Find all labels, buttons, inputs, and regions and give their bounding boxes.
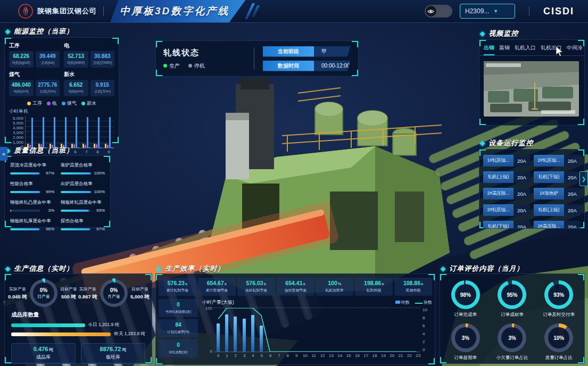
- quality-panel: 层流冷温度命中率97% 装炉温度合格率100% 性能合格率99% 出炉温度合格率…: [4, 155, 111, 228]
- diamond-icon: ◆: [441, 265, 446, 272]
- energy-legend: 工序 电 煤气 新水: [5, 100, 119, 107]
- equipment-item: 轧机(下辊)20A: [534, 171, 581, 183]
- order-gauge: 98% 订单完成率: [443, 280, 488, 318]
- visibility-toggle[interactable]: [425, 5, 452, 18]
- energy-stat: 486.040吨耗(m³/t): [9, 80, 34, 96]
- video-panel: 出钢 装钢 轧机入口 轧机出口 中间冷 电加热: [479, 39, 585, 126]
- data-time-badge: 数据时间00:00-12:00: [263, 61, 351, 71]
- equipment-item: 轧机(下辊)20A: [483, 221, 530, 229]
- equipment-panel: 1#轧区辊...20A 2#轧区辊...20A 轧机(上辊)20A 轧机(下辊)…: [479, 149, 585, 229]
- diamond-icon: ◆: [5, 265, 11, 272]
- efficiency-stat: 198.86s轧制周期: [355, 278, 393, 296]
- quality-panel-title: ◆ 质量信息（当班）: [5, 146, 73, 155]
- right-axis: 1086420: [420, 307, 432, 352]
- line-status-panel: 轧线状态 生产 停机 当前班组甲 数据时间00:00-12:00: [155, 40, 359, 77]
- camera-feed[interactable]: [484, 61, 579, 117]
- hour-x-axis: 01234567891011121314151617181920212223: [214, 353, 423, 358]
- quality-metric: 装炉温度合格率100%: [61, 162, 105, 176]
- efficiency-stat: 576.03s当班轧制节奏: [237, 278, 275, 296]
- quality-metric: 钢板终轧厚度命中率96%: [10, 218, 54, 231]
- efficiency-stat: 576.23s累计轧制节奏: [159, 278, 196, 296]
- production-panel-title: ◆ 生产信息（实时）: [5, 264, 73, 273]
- efficiency-stat: 654.67s累计装钢节奏: [198, 278, 236, 296]
- quality-metric: 性能合格率99%: [10, 181, 54, 194]
- efficiency-stat: 100%轧机负荷率: [316, 278, 353, 296]
- energy-panel: 工序 68.226吨耗(kgce/t) 39.449总耗(tce) 电 52.7…: [4, 37, 119, 144]
- energy-stat: 2775.76总耗(万m³): [36, 80, 60, 96]
- inventory-bar-today: 今日 1,201.9 吨: [11, 323, 145, 327]
- side-stat: 84计划完成率(%): [159, 319, 198, 337]
- finished-stock-box: 0.476吨 成品库: [11, 343, 76, 363]
- top-bar: 陕钢集团汉钢公司 中厚板3D数字化产线 H2309... ▼ CISDI: [0, 0, 588, 23]
- efficiency-side-stats: 0当班轧制块数(块) 84计划完成率(%) 0待轧块数(块): [159, 299, 198, 358]
- order-gauge: 10% 质量订单占比: [536, 323, 581, 361]
- production-panel: 实际产量0.045 吨 0%日产量 目标产量500 吨 实际产量0.867 吨 …: [4, 273, 152, 364]
- energy-stat: 6.652吨耗(m³/t): [64, 80, 88, 96]
- equipment-item: 轧机(上辊)20A: [534, 204, 581, 216]
- chart-legend: 吨数 块数: [395, 300, 432, 305]
- equipment-item: 轧机(上辊)20A: [483, 171, 530, 183]
- diamond-icon: ◆: [480, 139, 485, 147]
- orders-panel: 98% 订单完成率 95% 订单成材率 93% 订单及时交付率 3% 订单超期率…: [440, 273, 585, 364]
- energy-stat: 68.226吨耗(kgce/t): [9, 51, 34, 68]
- company-name: 陕钢集团汉钢公司: [37, 6, 97, 16]
- order-gauge: 93% 订单及时交付率: [536, 280, 581, 318]
- energy-stat: 30.883总耗(万kWh): [90, 51, 115, 68]
- topbar-divider: [529, 6, 529, 16]
- efficiency-stat: 654.41s当班装钢节奏: [277, 278, 314, 296]
- slab-stock-box: 8876.72吨 板坯库: [81, 343, 145, 363]
- quality-metric: 出炉温度合格率100%: [61, 181, 105, 194]
- heat-number-dropdown[interactable]: H2309... ▼: [460, 4, 515, 19]
- diamond-icon: ◆: [156, 265, 162, 272]
- order-gauge: 95% 订单成材率: [490, 280, 535, 318]
- tab-camera-4[interactable]: 中间冷: [567, 44, 583, 55]
- orders-panel-title: ◆ 订单评价内容（当月）: [441, 264, 524, 273]
- monthly-production-gauge: 实际产量0.867 吨 0%月产量 目标产量5,000 吨: [78, 279, 150, 307]
- efficiency-stats-row: 576.23s累计轧制节奏 654.67s累计装钢节奏 576.03s当班轧制节…: [156, 274, 435, 296]
- equipment-item: 2#轧区辊...20A: [534, 155, 581, 167]
- tab-camera-2[interactable]: 轧机入口: [515, 44, 536, 55]
- collapse-left-handle[interactable]: «: [0, 147, 7, 161]
- dropdown-value: H2309...: [465, 7, 489, 15]
- line-status-legend: 生产 停机: [163, 62, 254, 70]
- equipment-item: 1#轧区辊...20A: [483, 155, 530, 167]
- donut-gauge: 0%日产量: [30, 279, 57, 307]
- dashboard-root: 陕钢集团汉钢公司 中厚板3D数字化产线 H2309... ▼ CISDI ◆ 能…: [0, 0, 588, 366]
- hourly-output-chart: 小时产量(大板) 吨数 块数 1200 1086420: [202, 299, 432, 358]
- camera-tabs: 出钢 装钢 轧机入口 轧机出口 中间冷 电加热: [479, 40, 584, 56]
- tab-camera-1[interactable]: 装钢: [499, 44, 510, 55]
- line-status-title: 轧线状态: [163, 48, 254, 58]
- topbar-divider: [103, 6, 104, 16]
- energy-panel-title: ◆ 能源监控（当班）: [5, 27, 73, 36]
- tab-camera-0[interactable]: 出钢: [484, 44, 494, 55]
- energy-stat: 39.449总耗(tce): [36, 51, 60, 68]
- equipment-item: 2#高压除...20A: [534, 221, 581, 229]
- daily-production-gauge: 实际产量0.045 吨 0%日产量 目标产量500 吨: [7, 279, 78, 307]
- quality-metric: 钢板终轧凸度命中率3%: [10, 199, 54, 213]
- collapse-right-handle[interactable]: ❯: [579, 171, 588, 186]
- equipment-item: 2#高压除...20A: [483, 188, 530, 199]
- energy-chart-y-axis: 6,0005,0004,0003,0002,0001,0000: [9, 116, 25, 149]
- order-gauge: 3% 订单超期率: [443, 323, 488, 361]
- eye-icon: [426, 6, 436, 16]
- company-logo-icon: [18, 4, 33, 19]
- order-gauge: 3% 小欠量订单占比: [490, 323, 535, 361]
- energy-chart-plot: [25, 116, 114, 148]
- page-title: 中厚板3D数字化产线: [110, 0, 245, 22]
- topbar-right: H2309... ▼ CISDI: [425, 4, 588, 19]
- shift-badge: 当前班组甲: [263, 46, 351, 57]
- tons-line: [214, 308, 420, 352]
- left-axis: 1200: [202, 307, 214, 352]
- side-stat: 0待轧块数(块): [159, 339, 198, 357]
- chevron-down-icon: ▼: [493, 9, 498, 14]
- mouse-cursor: [556, 46, 565, 56]
- equipment-item: 2#轧区辊...20A: [483, 204, 530, 216]
- inventory-section: 成品库数量 今日 1,201.9 吨 昨天 1,293.8 吨: [5, 307, 152, 336]
- inventory-bar-yesterday: 昨天 1,293.8 吨: [11, 332, 145, 336]
- donut-gauge: 0%月产量: [100, 279, 128, 307]
- equipment-panel-title: ◆ 设备运行监控: [480, 138, 533, 148]
- vertical-divider: [254, 47, 254, 70]
- efficiency-panel: 576.23s累计轧制节奏 654.67s累计装钢节奏 576.03s当班轧制节…: [155, 273, 435, 365]
- efficiency-panel-title: ◆ 生产效率（实时）: [156, 264, 225, 273]
- energy-groups: 工序 68.226吨耗(kgce/t) 39.449总耗(tce) 电 52.7…: [5, 38, 119, 96]
